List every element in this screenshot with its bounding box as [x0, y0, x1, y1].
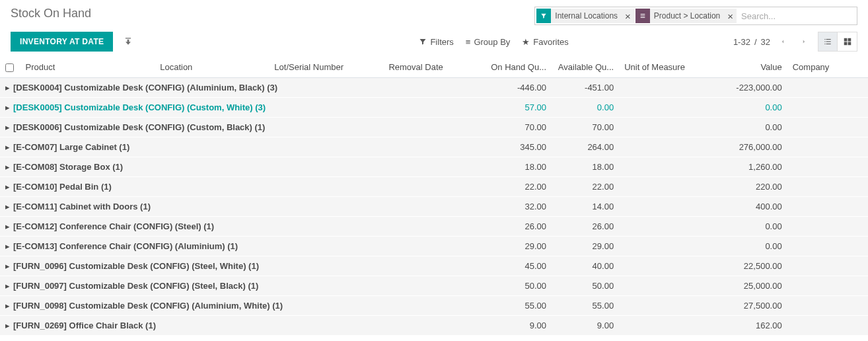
table-group-row[interactable]: ▸[E-COM07] Large Cabinet (1)345.00264.00… — [0, 137, 868, 157]
view-list-button[interactable] — [818, 32, 838, 52]
col-company[interactable]: Company — [787, 57, 868, 78]
col-product[interactable]: Product — [20, 57, 155, 78]
cell-uom — [619, 256, 700, 276]
pager: 1-32 / 32 — [733, 32, 813, 51]
col-removal[interactable]: Removal Date — [383, 57, 484, 78]
col-available[interactable]: Available Qu... — [552, 57, 619, 78]
cell-value: 27,500.00 — [700, 296, 787, 316]
cell-available: 9.00 — [552, 316, 619, 336]
table-group-row[interactable]: ▸[FURN_0097] Customizable Desk (CONFIG) … — [0, 276, 868, 296]
cell-value: 22,500.00 — [700, 256, 787, 276]
favorites-button[interactable]: ★ Favorites — [522, 37, 568, 47]
caret-right-icon: ▸ — [5, 261, 12, 271]
group-name: [DESK0004] Customizable Desk (CONFIG) (A… — [13, 83, 277, 93]
cell-company — [787, 237, 868, 256]
cell-company — [787, 256, 868, 276]
group-name: [E-COM11] Cabinet with Doors (1) — [13, 202, 151, 211]
group-name: [FURN_0098] Customizable Desk (CONFIG) (… — [13, 301, 283, 311]
cell-onhand: 29.00 — [484, 237, 552, 256]
cell-onhand: -446.00 — [484, 78, 552, 98]
cell-onhand: 18.00 — [484, 157, 552, 177]
list-icon — [635, 9, 650, 23]
cell-value: 0.00 — [700, 217, 787, 237]
cell-onhand: 345.00 — [484, 137, 552, 157]
caret-right-icon: ▸ — [5, 241, 12, 251]
pager-next-button[interactable] — [795, 32, 813, 51]
group-name: [E-COM07] Large Cabinet (1) — [13, 142, 129, 152]
caret-right-icon: ▸ — [5, 281, 12, 291]
cell-company — [787, 78, 868, 98]
cell-value: 276,000.00 — [700, 137, 787, 157]
cell-uom — [619, 157, 700, 177]
cell-uom — [619, 217, 700, 237]
col-lot[interactable]: Lot/Serial Number — [269, 57, 383, 78]
pager-range[interactable]: 1-32 — [733, 37, 750, 47]
group-name: [FURN_0096] Customizable Desk (CONFIG) (… — [13, 261, 259, 271]
cell-available: 70.00 — [552, 118, 619, 137]
cell-value: 0.00 — [700, 237, 787, 256]
cell-available: 26.00 — [552, 217, 619, 237]
export-button[interactable] — [121, 34, 135, 50]
col-uom[interactable]: Unit of Measure — [619, 57, 700, 78]
col-location[interactable]: Location — [155, 57, 269, 78]
table-group-row[interactable]: ▸[DESK0006] Customizable Desk (CONFIG) (… — [0, 118, 868, 137]
filter-facet: Internal Locations× — [536, 9, 634, 23]
cell-available: 0.00 — [552, 98, 619, 118]
cell-available: 18.00 — [552, 157, 619, 177]
col-onhand[interactable]: On Hand Qu... — [484, 57, 552, 78]
caret-right-icon: ▸ — [5, 202, 12, 211]
cell-value: 0.00 — [700, 98, 787, 118]
cell-onhand: 50.00 — [484, 276, 552, 296]
cell-company — [787, 217, 868, 237]
table-group-row[interactable]: ▸[DESK0005] Customizable Desk (CONFIG) (… — [0, 98, 868, 118]
cell-uom — [619, 177, 700, 197]
table-group-row[interactable]: ▸[E-COM12] Conference Chair (CONFIG) (St… — [0, 217, 868, 237]
table-group-row[interactable]: ▸[E-COM11] Cabinet with Doors (1)32.0014… — [0, 197, 868, 217]
cell-onhand: 26.00 — [484, 217, 552, 237]
cell-onhand: 32.00 — [484, 197, 552, 217]
cell-available: 14.00 — [552, 197, 619, 217]
table-group-row[interactable]: ▸[DESK0004] Customizable Desk (CONFIG) (… — [0, 78, 868, 98]
table-group-row[interactable]: ▸[E-COM08] Storage Box (1)18.0018.001,26… — [0, 157, 868, 177]
cell-available: -451.00 — [552, 78, 619, 98]
table-group-row[interactable]: ▸[FURN_0269] Office Chair Black (1)9.009… — [0, 316, 868, 336]
pivot-view-icon — [843, 37, 852, 46]
group-by-button[interactable]: ≡ Group By — [466, 37, 511, 47]
caret-right-icon: ▸ — [5, 182, 12, 192]
search-input[interactable] — [737, 9, 856, 24]
table-group-row[interactable]: ▸[E-COM10] Pedal Bin (1)22.0022.00220.00 — [0, 177, 868, 197]
cell-onhand: 70.00 — [484, 118, 552, 137]
group-by-label: Group By — [474, 37, 510, 47]
funnel-icon — [419, 38, 427, 46]
cell-company — [787, 118, 868, 137]
star-icon: ★ — [522, 37, 530, 47]
table-group-row[interactable]: ▸[FURN_0098] Customizable Desk (CONFIG) … — [0, 296, 868, 316]
list-view-icon — [823, 37, 832, 46]
caret-right-icon: ▸ — [5, 221, 12, 231]
cell-company — [787, 157, 868, 177]
caret-right-icon: ▸ — [5, 162, 12, 172]
filters-button[interactable]: Filters — [419, 37, 453, 47]
group-name: [E-COM13] Conference Chair (CONFIG) (Alu… — [13, 241, 238, 251]
stock-table: Product Location Lot/Serial Number Remov… — [0, 57, 868, 336]
search-bar[interactable]: Internal Locations×Product > Location× — [534, 7, 857, 25]
funnel-icon — [536, 9, 551, 23]
cell-uom — [619, 118, 700, 137]
pager-prev-button[interactable] — [774, 32, 791, 51]
filters-label: Filters — [430, 37, 453, 47]
table-group-row[interactable]: ▸[E-COM13] Conference Chair (CONFIG) (Al… — [0, 237, 868, 256]
col-value[interactable]: Value — [700, 57, 787, 78]
list-icon: ≡ — [466, 37, 471, 47]
inventory-at-date-button[interactable]: INVENTORY AT DATE — [11, 32, 113, 52]
select-all-checkbox[interactable] — [5, 63, 14, 72]
facet-label: Product > Location — [650, 9, 724, 23]
view-pivot-button[interactable] — [838, 32, 857, 52]
table-group-row[interactable]: ▸[FURN_0096] Customizable Desk (CONFIG) … — [0, 256, 868, 276]
group-name: [E-COM08] Storage Box (1) — [13, 162, 123, 172]
cell-onhand: 45.00 — [484, 256, 552, 276]
cell-uom — [619, 137, 700, 157]
facet-remove-button[interactable]: × — [724, 9, 737, 23]
page-title: Stock On Hand — [11, 7, 434, 20]
facet-remove-button[interactable]: × — [622, 9, 634, 23]
cell-uom — [619, 237, 700, 256]
